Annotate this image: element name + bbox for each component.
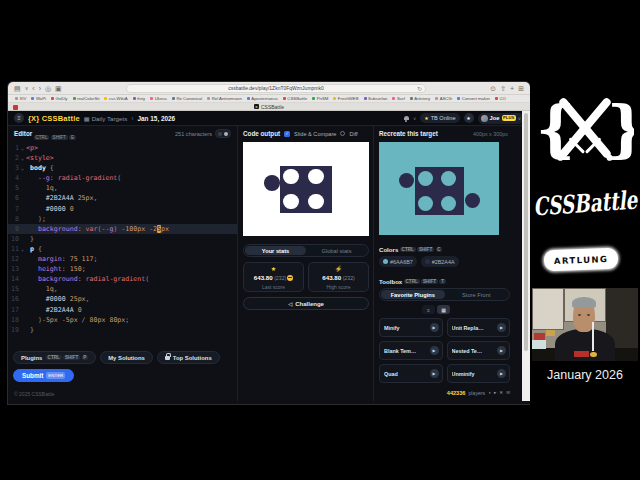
- code-line[interactable]: 11⌄ p {: [8, 244, 237, 254]
- run-plugin-button[interactable]: ▶: [497, 323, 506, 332]
- code-line[interactable]: 6 #2B2A4A 25px,: [8, 193, 237, 203]
- plugin-card[interactable]: Unit Repla…▶: [447, 318, 511, 337]
- mail-icon[interactable]: ✉: [506, 391, 510, 396]
- code-line[interactable]: 19 }: [8, 325, 237, 335]
- youtube-icon[interactable]: ▸: [494, 391, 496, 396]
- extensions-icon[interactable]: ▣: [55, 85, 62, 92]
- x-icon[interactable]: ✕: [499, 391, 503, 396]
- sparkle-button[interactable]: ★: [464, 113, 474, 123]
- code-line[interactable]: 17 #2B2A4A 0: [8, 305, 237, 315]
- active-tab[interactable]: x CSSBattle: [8, 103, 530, 110]
- run-plugin-button[interactable]: ▶: [430, 323, 439, 332]
- menu-icon[interactable]: ≡: [14, 113, 24, 123]
- compare-checkbox[interactable]: ✓: [284, 131, 290, 137]
- back-icon[interactable]: ‹: [32, 85, 34, 92]
- code-line[interactable]: 5 1q,: [8, 183, 237, 193]
- code-line[interactable]: 18 )-5px -5px / 80px 80px;: [8, 315, 237, 325]
- code-line[interactable]: 8 );: [8, 214, 237, 224]
- list-view-button[interactable]: ≡: [422, 305, 435, 314]
- fold-arrow[interactable]: ⌄: [19, 143, 26, 153]
- scrollbar-thumb[interactable]: [524, 113, 528, 351]
- top-solutions-button[interactable]: Top Solutions: [157, 351, 220, 364]
- code-line[interactable]: 9 background: var(--g) -100px -25px: [8, 224, 237, 234]
- fold-arrow[interactable]: ⌄: [19, 153, 26, 163]
- code-line[interactable]: 15 1q,: [8, 284, 237, 294]
- submit-button[interactable]: Submit ENTER: [13, 369, 74, 382]
- bookmark-item[interactable]: GoDly: [51, 96, 67, 101]
- online-status[interactable]: ★ TB Online: [420, 113, 459, 123]
- page-scrollbar[interactable]: [522, 111, 530, 401]
- code-line[interactable]: 7 #0000 0: [8, 204, 237, 214]
- bookmark-item[interactable]: Re Canonical: [172, 96, 202, 101]
- app-brand[interactable]: {X} CSSBattle: [28, 114, 80, 123]
- editor-settings-toggle[interactable]: [215, 129, 231, 138]
- plugin-card[interactable]: Unminify▶: [447, 364, 511, 383]
- compare-label[interactable]: Slide & Compare: [294, 131, 336, 137]
- sidebar-icon[interactable]: ▤: [14, 85, 21, 92]
- bookmark-item[interactable]: css.WikiA: [104, 96, 127, 101]
- tab-favorite-plugins[interactable]: Favorite Plugins: [381, 290, 445, 299]
- chevron-down-icon[interactable]: ∨: [413, 116, 416, 121]
- tab-overview-icon[interactable]: ⊞: [518, 85, 524, 92]
- run-plugin-button[interactable]: ▶: [430, 346, 439, 355]
- plugin-card[interactable]: Minify▶: [379, 318, 443, 337]
- code-line[interactable]: 13 height: 150;: [8, 264, 237, 274]
- color-chip[interactable]: #6AA6B7: [379, 256, 417, 267]
- bookmark-item[interactable]: Aposterrianus: [247, 96, 278, 101]
- bookmark-item[interactable]: PriSM: [312, 96, 328, 101]
- forward-icon[interactable]: ›: [39, 85, 41, 92]
- grid-view-button[interactable]: ▦: [437, 305, 450, 314]
- discord-icon[interactable]: ◖: [488, 391, 491, 396]
- code-line[interactable]: 1⌄<p>: [8, 143, 237, 153]
- privacy-icon[interactable]: ◎: [45, 85, 51, 92]
- run-plugin-button[interactable]: ▶: [430, 369, 439, 378]
- fold-arrow[interactable]: ⌄: [19, 244, 26, 254]
- code-line[interactable]: 2⌄<style>: [8, 153, 237, 163]
- user-menu[interactable]: Joe PLUS ∨: [478, 113, 524, 124]
- tab-your-stats[interactable]: Your stats: [245, 246, 306, 255]
- bookmark-item[interactable]: Ukeus: [150, 96, 167, 101]
- new-tab-icon[interactable]: +: [510, 85, 514, 92]
- address-bar[interactable]: cssbattle.dev/play/1ZknT0FqWznJumpmk0 ↻: [126, 84, 426, 93]
- reload-icon[interactable]: ↻: [417, 85, 422, 92]
- bookmark-item[interactable]: Rel Antiremsion: [207, 96, 242, 101]
- code-line[interactable]: 14 background: radial-gradient(: [8, 274, 237, 284]
- plugins-button[interactable]: Plugins CTRLSHIFTP: [13, 351, 96, 364]
- run-plugin-button[interactable]: ▶: [497, 346, 506, 355]
- bookmark-item[interactable]: CSSBattle: [283, 96, 307, 101]
- code-line[interactable]: 4 --g: radial-gradient(: [8, 173, 237, 183]
- bookmark-item[interactable]: Artistery: [410, 96, 430, 101]
- diff-label[interactable]: Diff: [349, 131, 357, 137]
- bookmark-item[interactable]: realColorSit: [73, 96, 100, 101]
- bookmark-item[interactable]: WaPi: [31, 96, 46, 101]
- color-chip[interactable]: #2B2A4A: [421, 256, 459, 267]
- chevron-down-icon[interactable]: ∨: [25, 86, 29, 91]
- bookmark-item[interactable]: CO: [495, 96, 506, 101]
- bookmark-item[interactable]: ASCIIr: [435, 96, 452, 101]
- share-icon[interactable]: ⇧: [500, 85, 506, 92]
- code-line[interactable]: 3⌄ body {: [8, 163, 237, 173]
- code-editor[interactable]: 1⌄<p>2⌄<style>3⌄ body {4 --g: radial-gra…: [8, 143, 237, 335]
- fold-arrow[interactable]: ⌄: [19, 163, 26, 173]
- bookmark-item[interactable]: FreshWEB: [333, 96, 358, 101]
- plugin-card[interactable]: Blank Tem…▶: [379, 341, 443, 360]
- tab-store-front[interactable]: Store Front: [445, 290, 509, 299]
- plugin-card[interactable]: Quad▶: [379, 364, 443, 383]
- bookmark-item[interactable]: Subserlan: [364, 96, 388, 101]
- reader-icon[interactable]: ⊙: [490, 85, 496, 92]
- bookmark-item[interactable]: Convert maker: [457, 96, 490, 101]
- bookmark-item[interactable]: XIV: [15, 96, 26, 101]
- breadcrumb[interactable]: ▦ Daily Targets: [84, 115, 128, 122]
- plugin-card[interactable]: Nested Te…▶: [447, 341, 511, 360]
- bookmark-item[interactable]: Surf: [392, 96, 404, 101]
- target-canvas[interactable]: [379, 142, 499, 235]
- tab-global-stats[interactable]: Global stats: [306, 246, 367, 255]
- code-line[interactable]: 16 #0000 25px,: [8, 294, 237, 304]
- run-plugin-button[interactable]: ▶: [497, 369, 506, 378]
- my-solutions-button[interactable]: My Solutions: [100, 351, 153, 364]
- code-line[interactable]: 12 margin: 75 117;: [8, 254, 237, 264]
- bell-icon[interactable]: [404, 116, 409, 120]
- challenge-button[interactable]: ◁ Challenge: [243, 297, 369, 310]
- bookmark-item[interactable]: thriy: [133, 96, 146, 101]
- diff-radio[interactable]: [340, 131, 345, 136]
